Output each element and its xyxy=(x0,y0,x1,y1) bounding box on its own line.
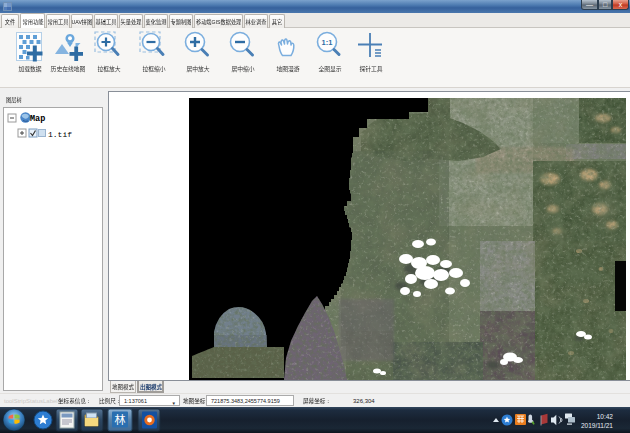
svg-text:Map: Map xyxy=(30,114,45,124)
svg-text:10:42: 10:42 xyxy=(597,411,614,421)
svg-text:2019/11/21: 2019/11/21 xyxy=(581,420,613,430)
svg-text:1:1: 1:1 xyxy=(322,38,333,47)
svg-text:林: 林 xyxy=(115,411,126,427)
svg-text:1.tif: 1.tif xyxy=(48,130,72,139)
